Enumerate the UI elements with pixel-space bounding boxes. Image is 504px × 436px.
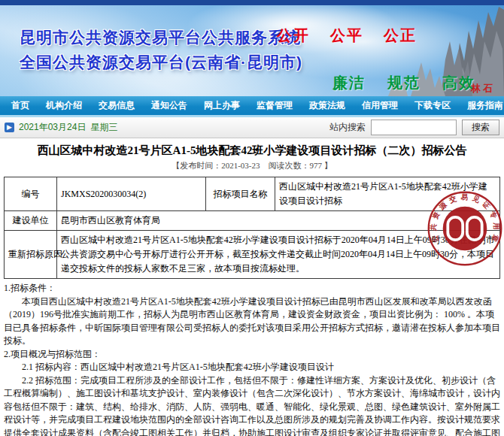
page: 昆明市公共资源交易平台公共服务系统 全国公共资源交易平台(云南省·昆明市) 公开… bbox=[0, 0, 504, 436]
date-display: ▶ 2021年03月24日 星期三 bbox=[5, 121, 117, 134]
publish-meta: 【发布时间：2021-03-23 阅读次数：977 】 bbox=[4, 160, 500, 171]
value-number: JKMXS2020030034(2) bbox=[57, 177, 206, 211]
section-1-heading: 1.招标条件： bbox=[4, 282, 500, 295]
nav-item-supervision[interactable]: 监督管理 bbox=[248, 99, 301, 112]
slogan-word: 公平 bbox=[330, 26, 363, 46]
current-date: 2021年03月24日 bbox=[19, 121, 86, 134]
photo-watermark: 林石 bbox=[471, 82, 495, 95]
top-strip bbox=[0, 0, 504, 5]
label-owner-unit: 建设单位 bbox=[5, 211, 57, 231]
site-title-line2: 全国公共资源交易平台(云南省·昆明市) bbox=[20, 50, 302, 74]
label-number: 编号 bbox=[5, 177, 57, 211]
date-arrow-icon: ▶ bbox=[5, 123, 14, 132]
site-search-label: 站内搜索 bbox=[329, 121, 366, 134]
section-2-heading: 2.项目概况与招标范围： bbox=[4, 348, 500, 362]
label-rebid-reason: 重新招标原因 bbox=[5, 231, 57, 279]
nav-item-trade-info[interactable]: 交易信息 bbox=[90, 99, 143, 112]
announcement-title: 西山区城中村改造21号片区A1-5地块配套42班小学建设项目设计招标（二次）招标… bbox=[4, 144, 500, 158]
slogan-open-fair-just: 公开 公平 公正 bbox=[277, 26, 417, 46]
nav-item-downloads[interactable]: 下载专区 bbox=[406, 99, 459, 112]
trade-center-seal-stamp: 公共资源交易见证专用章 bbox=[426, 189, 504, 268]
nav-item-credit[interactable]: 信用管理 bbox=[354, 99, 406, 112]
announcement-content: 西山区城中村改造21号片区A1-5地块配套42班小学建设项目设计招标（二次）招标… bbox=[0, 144, 504, 436]
nav-item-notices[interactable]: 通知公告 bbox=[143, 99, 196, 112]
section-2-1-item: 2.1 招标内容：西山区城中村改造21号片区A1-5地块配套42班小学建设项目设… bbox=[4, 361, 500, 374]
slogan-word: 公开 bbox=[277, 26, 310, 46]
nav-item-org-intro[interactable]: 机构介绍 bbox=[38, 99, 90, 112]
nav-item-service-guide[interactable]: 服务指南 bbox=[459, 99, 504, 112]
site-search-input[interactable] bbox=[371, 120, 457, 135]
current-weekday: 星期三 bbox=[90, 121, 117, 134]
main-nav: 首页 机构介绍 交易信息 通知公告 网上办事 监督管理 政策法规 信用管理 下载… bbox=[0, 96, 504, 117]
slogan-word: 规范 bbox=[387, 73, 421, 93]
slogan-word: 公正 bbox=[384, 26, 417, 46]
site-title-line1: 昆明市公共资源交易平台公共服务系统 bbox=[20, 25, 302, 50]
site-banner: 昆明市公共资源交易平台公共服务系统 全国公共资源交易平台(云南省·昆明市) 公开… bbox=[0, 5, 504, 96]
nav-item-policies[interactable]: 政策法规 bbox=[301, 99, 354, 112]
nav-item-home[interactable]: 首页 bbox=[3, 99, 38, 112]
seal-inner-disc bbox=[443, 207, 487, 251]
slogan-word: 廉洁 bbox=[332, 73, 366, 93]
site-search-button[interactable]: 搜索 bbox=[462, 120, 499, 135]
nav-item-online-services[interactable]: 网上办事 bbox=[196, 99, 248, 112]
site-titles: 昆明市公共资源交易平台公共服务系统 全国公共资源交易平台(云南省·昆明市) bbox=[20, 25, 302, 74]
sub-toolbar: ▶ 2021年03月24日 星期三 站内搜索 搜索 bbox=[0, 117, 504, 138]
announcement-body: 1.招标条件： 本项目西山区城中村改造21号片区A1-5地块配套42班小学建设项… bbox=[4, 282, 500, 436]
label-project-name: 招标项目名称 bbox=[206, 177, 275, 211]
slogan-clean-standard-efficient: 廉洁 规范 高效 bbox=[332, 73, 475, 93]
section-2-2-item: 2.2 招标范围：完成项目工程所涉及的全部设计工作，包括但不限于：修建性详细方案… bbox=[4, 374, 500, 436]
site-search: 站内搜索 搜索 bbox=[329, 120, 499, 135]
section-1-paragraph: 本项目西山区城中村改造21号片区A1-5地块配套42班小学建设项目设计招标已由昆… bbox=[4, 295, 500, 348]
